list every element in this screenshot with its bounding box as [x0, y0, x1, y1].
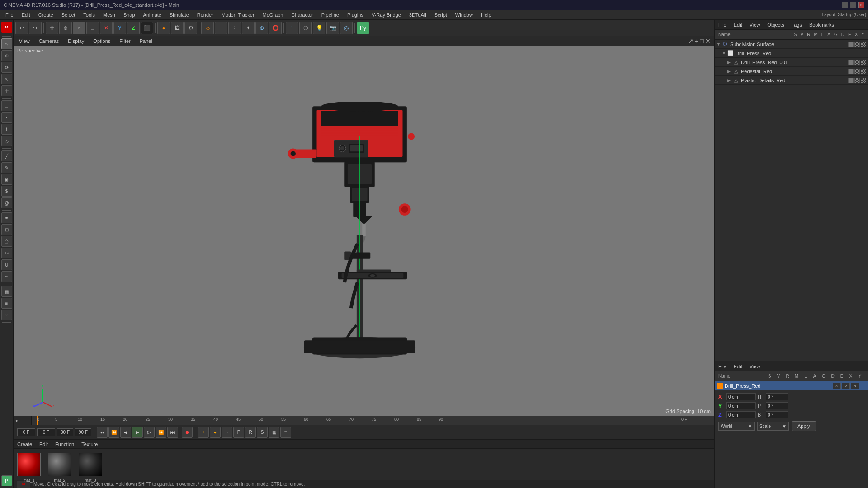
- prev-frame-btn[interactable]: ⏪: [108, 427, 119, 438]
- material-2[interactable]: mat_2: [48, 453, 71, 476]
- viewport-expand-btn[interactable]: +: [695, 38, 698, 45]
- texture-btn[interactable]: ▦: [1, 286, 12, 297]
- menu-create[interactable]: Create: [35, 11, 57, 19]
- obj-row-plastic[interactable]: ▶ △ Plastic_Details_Red: [715, 76, 868, 85]
- select-tool-btn[interactable]: ⊕: [1, 50, 12, 61]
- vp-menu-cameras[interactable]: Cameras: [37, 38, 61, 45]
- mat-thumb-2[interactable]: [48, 453, 71, 476]
- mat-thumb-1[interactable]: [17, 453, 41, 476]
- h-rot-input[interactable]: [766, 393, 788, 400]
- y-pos-input[interactable]: [726, 402, 756, 409]
- environment-btn[interactable]: ◎: [340, 22, 353, 34]
- menu-animate[interactable]: Animate: [140, 11, 165, 19]
- record-btn[interactable]: ⏺: [182, 427, 193, 438]
- spline-btn[interactable]: ⌇: [286, 22, 298, 34]
- menu-simulate[interactable]: Simulate: [166, 11, 193, 19]
- transform-tool-btn[interactable]: ✛: [1, 85, 12, 96]
- menu-tools[interactable]: Tools: [80, 11, 99, 19]
- undo-btn[interactable]: ↩: [15, 22, 28, 34]
- box-btn[interactable]: □: [86, 22, 99, 34]
- menu-select[interactable]: Select: [58, 11, 79, 19]
- edge-mode-btn[interactable]: ⌇: [1, 124, 12, 135]
- obj-row-001[interactable]: ▶ △ Drill_Press_Red_001: [715, 58, 868, 67]
- add-btn[interactable]: ⊕: [59, 22, 72, 34]
- arrow-btn[interactable]: →: [215, 22, 227, 34]
- menu-character[interactable]: Character: [288, 11, 316, 19]
- plastic-badge-c2[interactable]: [861, 78, 866, 83]
- y-btn[interactable]: Y: [113, 22, 126, 34]
- python-script-btn[interactable]: Py: [357, 22, 369, 34]
- spiral-btn[interactable]: @: [1, 197, 12, 208]
- transform-mode-dropdown[interactable]: Scale ▼: [757, 422, 789, 431]
- magnet-btn[interactable]: U: [1, 259, 12, 270]
- viewport-close-btn[interactable]: ✕: [705, 38, 711, 45]
- deform-btn[interactable]: ⭕: [269, 22, 282, 34]
- light-btn[interactable]: 💡: [313, 22, 326, 34]
- menu-script[interactable]: Script: [431, 11, 451, 19]
- obj-menu-objects[interactable]: Objects: [765, 21, 786, 28]
- obj-row-pedestal[interactable]: ▶ △ Pedestal_Red: [715, 67, 868, 76]
- anim-settings-btn[interactable]: ▦: [269, 427, 279, 438]
- python-btn[interactable]: P: [1, 475, 12, 486]
- redo-btn[interactable]: ↪: [29, 22, 42, 34]
- x-btn[interactable]: ✕: [100, 22, 113, 34]
- maximize-btn[interactable]: □: [850, 2, 856, 8]
- pen-tool-btn[interactable]: ✒: [1, 212, 12, 223]
- menu-plugins[interactable]: Plugins: [344, 11, 367, 19]
- keyframe-sel-btn[interactable]: ○: [222, 427, 232, 438]
- extrude-btn[interactable]: ⊡: [1, 224, 12, 235]
- scale-tool-btn[interactable]: ⤡: [1, 74, 12, 84]
- selected-badge-1[interactable]: S: [833, 383, 841, 389]
- fps-input[interactable]: [57, 428, 73, 436]
- menu-vray[interactable]: V-Ray Bridge: [368, 11, 405, 19]
- obj001-expand[interactable]: ▶: [727, 60, 733, 65]
- circle-btn[interactable]: ○: [73, 22, 85, 34]
- p-rot-input[interactable]: [766, 402, 788, 409]
- pedestal-badge-c1[interactable]: [854, 69, 860, 74]
- play-btn[interactable]: ▶: [132, 427, 143, 438]
- mat-create-btn[interactable]: Create: [15, 441, 34, 448]
- menu-mograph[interactable]: MoGraph: [259, 11, 287, 19]
- object-mode-btn[interactable]: □: [1, 100, 12, 111]
- z-pos-input[interactable]: [726, 411, 756, 418]
- attr-selected-row[interactable]: Drill_Press_Red S V R …: [715, 381, 868, 390]
- effector-btn[interactable]: ✦: [242, 22, 255, 34]
- render-settings-btn[interactable]: ⚙: [184, 22, 197, 34]
- line-tool-btn[interactable]: ╱: [1, 150, 12, 161]
- keyframe-pos-btn[interactable]: P: [233, 427, 244, 438]
- menu-file[interactable]: File: [2, 11, 17, 19]
- mat-edit-btn[interactable]: Edit: [38, 441, 50, 448]
- vp-menu-panel[interactable]: Panel: [138, 38, 154, 45]
- camera-btn[interactable]: 📷: [326, 22, 339, 34]
- obj-badge-gray[interactable]: [848, 42, 854, 47]
- viewport[interactable]: Perspective Grid Spacing: 10 cm: [14, 46, 714, 416]
- attr-menu-view[interactable]: View: [748, 363, 762, 370]
- attr-menu-file[interactable]: File: [717, 363, 728, 370]
- menu-window[interactable]: Window: [452, 11, 476, 19]
- add-keyframe-btn[interactable]: +: [198, 427, 209, 438]
- viewport-fullscreen-btn[interactable]: □: [700, 38, 704, 45]
- mat-texture-btn[interactable]: Texture: [80, 441, 99, 448]
- particle-btn[interactable]: ⁘: [228, 22, 241, 34]
- rotate-tool-btn[interactable]: ⟳: [1, 62, 12, 73]
- obj-badge-checker2[interactable]: [861, 42, 866, 47]
- keyframe-rot-btn[interactable]: R: [245, 427, 256, 438]
- mat-thumb-3[interactable]: [79, 453, 102, 476]
- menu-mesh[interactable]: Mesh: [99, 11, 119, 19]
- attr-menu-edit[interactable]: Edit: [732, 363, 744, 370]
- particles-btn[interactable]: ⁘: [1, 310, 12, 320]
- b-rot-input[interactable]: [766, 411, 788, 418]
- expand-icon[interactable]: ▼: [717, 42, 722, 47]
- selected-badge-4[interactable]: …: [860, 383, 866, 389]
- new-object-btn[interactable]: ✚: [46, 22, 58, 34]
- paint-tool-btn[interactable]: ✎: [1, 162, 12, 173]
- menu-pipeline[interactable]: Pipeline: [318, 11, 343, 19]
- plastic-badge-gray[interactable]: [848, 78, 854, 83]
- field-btn[interactable]: ⊕: [255, 22, 268, 34]
- selected-badge-3[interactable]: R: [851, 383, 859, 389]
- money-symbol-btn[interactable]: $: [1, 186, 12, 197]
- render-view-btn[interactable]: 🖼: [171, 22, 184, 34]
- x-pos-input[interactable]: [726, 393, 756, 400]
- vp-menu-display[interactable]: Display: [66, 38, 86, 45]
- z-btn[interactable]: Z: [127, 22, 140, 34]
